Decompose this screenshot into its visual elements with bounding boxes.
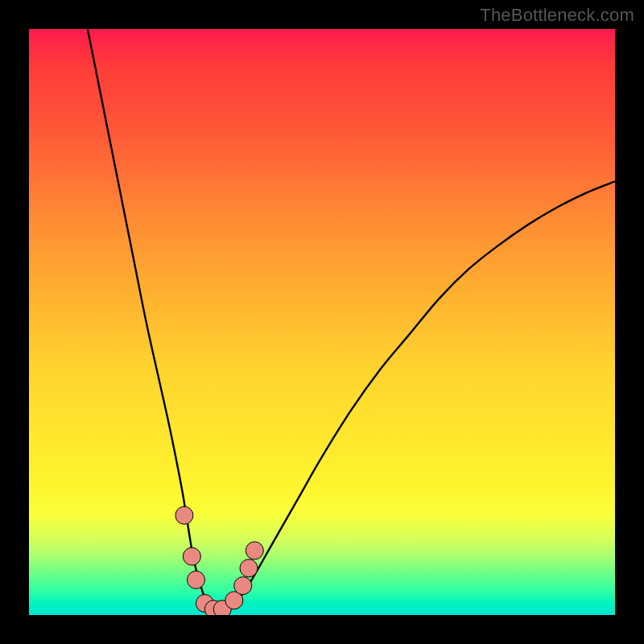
chart-frame: TheBottleneck.com	[0, 0, 644, 644]
plot-area	[29, 29, 615, 615]
data-marker	[234, 577, 252, 595]
data-marker	[183, 547, 200, 565]
data-marker	[175, 506, 193, 524]
data-marker	[246, 542, 263, 559]
curve-markers	[29, 29, 615, 615]
data-marker	[187, 571, 204, 588]
watermark-text: TheBottleneck.com	[480, 5, 634, 26]
data-marker	[240, 559, 258, 577]
